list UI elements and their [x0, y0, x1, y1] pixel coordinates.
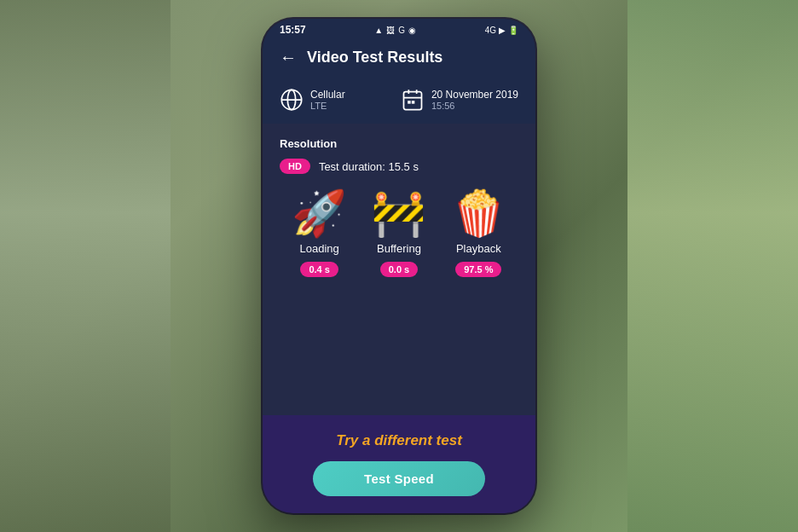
phone: 15:57 ▲ 🖼 G ◉ 4G ▶ 🔋 ← Video Test Result…	[263, 19, 535, 513]
test-speed-button[interactable]: Test Speed	[313, 461, 485, 496]
image-icon: 🖼	[386, 26, 395, 35]
google-icon: G	[398, 26, 405, 35]
playback-label: Playback	[456, 242, 501, 255]
phone-wrapper: 15:57 ▲ 🖼 G ◉ 4G ▶ 🔋 ← Video Test Result…	[263, 19, 535, 513]
connection-text: Cellular LTE	[310, 89, 345, 111]
info-bar: Cellular LTE 20 November 2019 15:56	[263, 79, 535, 124]
status-icons: ▲ 🖼 G ◉	[374, 26, 416, 35]
bottom-section: Try a different test Test Speed	[263, 415, 535, 513]
status-time: 15:57	[280, 24, 306, 36]
date-info: 20 November 2019 15:56	[401, 88, 518, 112]
connection-type: Cellular	[310, 89, 345, 101]
popcorn-icon: 🍿	[451, 191, 506, 235]
barrier-icon: 🚧	[371, 191, 426, 235]
loading-value: 0.4 s	[300, 262, 338, 277]
connection-info: Cellular LTE	[280, 88, 345, 112]
signal-icon: ▶	[499, 26, 506, 35]
time-value: 15:56	[431, 101, 455, 111]
svg-rect-8	[412, 101, 415, 104]
rocket-icon: 🚀	[292, 191, 347, 235]
metric-buffering: 🚧 Buffering 0.0 s	[371, 191, 426, 277]
metrics-row: 🚀 Loading 0.4 s 🚧 Buffering 0.0 s 🍿 Play…	[280, 191, 518, 277]
resolution-label: Resolution	[280, 137, 518, 150]
playback-value: 97.5 %	[455, 262, 501, 277]
signal-area: 4G ▶ 🔋	[485, 26, 518, 35]
signal-label: 4G	[485, 26, 496, 35]
metric-playback: 🍿 Playback 97.5 %	[451, 191, 506, 277]
location-icon: ◉	[408, 26, 416, 35]
buffering-value: 0.0 s	[380, 262, 418, 277]
buffering-label: Buffering	[377, 242, 421, 255]
status-bar: 15:57 ▲ 🖼 G ◉ 4G ▶ 🔋	[263, 19, 535, 39]
resolution-row: HD Test duration: 15.5 s	[280, 159, 518, 174]
globe-icon	[280, 88, 304, 112]
try-different-label: Try a different test	[336, 432, 462, 449]
connection-sub: LTE	[310, 101, 345, 111]
test-duration: Test duration: 15.5 s	[319, 160, 419, 173]
bg-left-blur	[0, 0, 171, 532]
page-title: Video Test Results	[307, 49, 442, 66]
back-button[interactable]: ←	[280, 48, 297, 67]
header: ← Video Test Results	[263, 39, 535, 79]
metric-loading: 🚀 Loading 0.4 s	[292, 191, 347, 277]
battery-icon: 🔋	[508, 26, 518, 35]
alert-icon: ▲	[374, 26, 383, 35]
main-content: Resolution HD Test duration: 15.5 s 🚀 Lo…	[263, 124, 535, 415]
date-text: 20 November 2019 15:56	[431, 89, 518, 111]
hd-badge: HD	[280, 159, 310, 174]
date-value: 20 November 2019	[431, 89, 518, 101]
loading-label: Loading	[300, 242, 339, 255]
calendar-icon	[401, 88, 425, 112]
svg-rect-7	[408, 101, 411, 104]
bg-right-blur	[627, 0, 798, 532]
